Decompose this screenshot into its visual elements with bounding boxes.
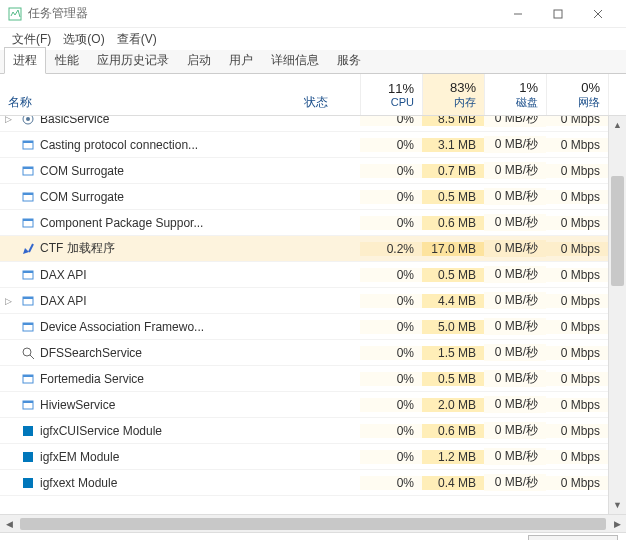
end-task-button[interactable]: 结束任务(E): [528, 535, 618, 540]
svg-rect-25: [23, 375, 33, 377]
tab-2[interactable]: 应用历史记录: [88, 47, 178, 74]
svg-rect-14: [23, 219, 33, 221]
process-row[interactable]: DFSSearchService0%1.5 MB0 MB/秒0 Mbps: [0, 340, 608, 366]
horizontal-scrollbar[interactable]: ◀ ▶: [0, 514, 626, 532]
process-name: CTF 加载程序: [40, 240, 300, 257]
process-row[interactable]: igfxEM Module0%1.2 MB0 MB/秒0 Mbps: [0, 444, 608, 470]
scroll-up-icon[interactable]: ▲: [609, 116, 626, 134]
network-value: 0 Mbps: [546, 476, 608, 490]
col-name[interactable]: 名称: [0, 74, 300, 115]
svg-line-23: [30, 355, 34, 359]
process-icon: [20, 475, 36, 491]
hscroll-thumb[interactable]: [20, 518, 606, 530]
process-icon: [20, 397, 36, 413]
process-icon: [20, 241, 36, 257]
col-cpu[interactable]: 11%CPU: [360, 74, 422, 115]
col-disk[interactable]: 1%磁盘: [484, 74, 546, 115]
footer: ˄ 简略信息(D) 结束任务(E): [0, 532, 626, 540]
cpu-value: 0%: [360, 398, 422, 412]
process-icon: [20, 267, 36, 283]
vertical-scrollbar[interactable]: ▲ ▼: [608, 116, 626, 514]
network-value: 0 Mbps: [546, 450, 608, 464]
memory-value: 3.1 MB: [422, 138, 484, 152]
close-button[interactable]: [578, 0, 618, 28]
svg-rect-28: [23, 426, 33, 436]
col-memory[interactable]: 83%内存: [422, 74, 484, 115]
disk-value: 0 MB/秒: [484, 188, 546, 205]
memory-value: 0.7 MB: [422, 164, 484, 178]
col-network[interactable]: 0%网络: [546, 74, 608, 115]
process-row[interactable]: igfxCUIService Module0%0.6 MB0 MB/秒0 Mbp…: [0, 418, 608, 444]
process-icon: [20, 163, 36, 179]
expand-icon[interactable]: ▷: [0, 296, 16, 306]
network-value: 0 Mbps: [546, 398, 608, 412]
maximize-button[interactable]: [538, 0, 578, 28]
process-name: Component Package Suppor...: [40, 216, 300, 230]
tab-0[interactable]: 进程: [4, 47, 46, 74]
tab-1[interactable]: 性能: [46, 47, 88, 74]
app-icon: [8, 7, 22, 21]
col-status[interactable]: 状态: [300, 74, 360, 115]
process-name: DAX API: [40, 268, 300, 282]
tab-bar: 进程性能应用历史记录启动用户详细信息服务: [0, 50, 626, 74]
process-row[interactable]: Fortemedia Service0%0.5 MB0 MB/秒0 Mbps: [0, 366, 608, 392]
process-icon: [20, 116, 36, 127]
svg-rect-12: [23, 193, 33, 195]
expand-icon[interactable]: ▷: [0, 116, 16, 124]
disk-value: 0 MB/秒: [484, 162, 546, 179]
memory-value: 17.0 MB: [422, 242, 484, 256]
cpu-value: 0.2%: [360, 242, 422, 256]
process-row[interactable]: HiviewService0%2.0 MB0 MB/秒0 Mbps: [0, 392, 608, 418]
tab-4[interactable]: 用户: [220, 47, 262, 74]
svg-rect-8: [23, 141, 33, 143]
process-row[interactable]: ▷DAX API0%4.4 MB0 MB/秒0 Mbps: [0, 288, 608, 314]
svg-rect-27: [23, 401, 33, 403]
process-row[interactable]: COM Surrogate0%0.5 MB0 MB/秒0 Mbps: [0, 184, 608, 210]
vscroll-thumb[interactable]: [611, 176, 624, 286]
svg-rect-30: [23, 478, 33, 488]
process-row[interactable]: Component Package Suppor...0%0.6 MB0 MB/…: [0, 210, 608, 236]
scroll-left-icon[interactable]: ◀: [0, 519, 18, 529]
svg-point-22: [23, 348, 31, 356]
disk-value: 0 MB/秒: [484, 422, 546, 439]
process-row[interactable]: Casting protocol connection...0%3.1 MB0 …: [0, 132, 608, 158]
memory-value: 0.6 MB: [422, 424, 484, 438]
process-icon: [20, 189, 36, 205]
memory-value: 0.6 MB: [422, 216, 484, 230]
network-value: 0 Mbps: [546, 320, 608, 334]
process-row[interactable]: DAX API0%0.5 MB0 MB/秒0 Mbps: [0, 262, 608, 288]
tab-5[interactable]: 详细信息: [262, 47, 328, 74]
svg-rect-21: [23, 323, 33, 325]
disk-value: 0 MB/秒: [484, 448, 546, 465]
process-row[interactable]: Device Association Framewo...0%5.0 MB0 M…: [0, 314, 608, 340]
scroll-down-icon[interactable]: ▼: [609, 496, 626, 514]
tab-6[interactable]: 服务: [328, 47, 370, 74]
network-value: 0 Mbps: [546, 268, 608, 282]
col-scrollbar-spacer: [608, 74, 626, 115]
disk-value: 0 MB/秒: [484, 396, 546, 413]
process-name: COM Surrogate: [40, 190, 300, 204]
process-icon: [20, 371, 36, 387]
process-row[interactable]: igfxext Module0%0.4 MB0 MB/秒0 Mbps: [0, 470, 608, 496]
memory-value: 2.0 MB: [422, 398, 484, 412]
scroll-right-icon[interactable]: ▶: [608, 519, 626, 529]
process-row[interactable]: COM Surrogate0%0.7 MB0 MB/秒0 Mbps: [0, 158, 608, 184]
memory-value: 5.0 MB: [422, 320, 484, 334]
disk-value: 0 MB/秒: [484, 240, 546, 257]
disk-value: 0 MB/秒: [484, 214, 546, 231]
svg-rect-29: [23, 452, 33, 462]
process-name: Casting protocol connection...: [40, 138, 300, 152]
cpu-value: 0%: [360, 268, 422, 282]
process-row[interactable]: CTF 加载程序0.2%17.0 MB0 MB/秒0 Mbps: [0, 236, 608, 262]
process-row[interactable]: ▷BasicService0%8.5 MB0 MB/秒0 Mbps: [0, 116, 608, 132]
tab-3[interactable]: 启动: [178, 47, 220, 74]
disk-value: 0 MB/秒: [484, 136, 546, 153]
network-value: 0 Mbps: [546, 346, 608, 360]
network-value: 0 Mbps: [546, 372, 608, 386]
minimize-button[interactable]: [498, 0, 538, 28]
disk-value: 0 MB/秒: [484, 370, 546, 387]
memory-value: 0.4 MB: [422, 476, 484, 490]
process-icon: [20, 293, 36, 309]
window-title: 任务管理器: [28, 5, 498, 22]
network-value: 0 Mbps: [546, 190, 608, 204]
